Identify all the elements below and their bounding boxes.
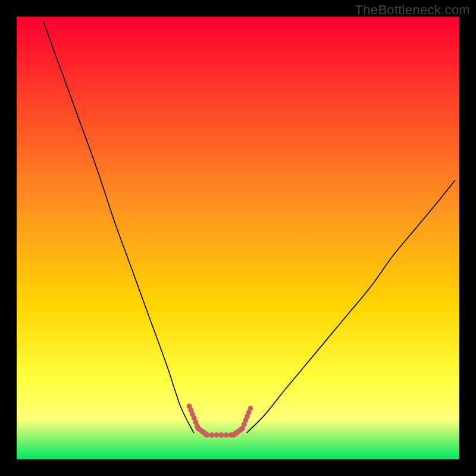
chart-frame: TheBottleneck.com	[0, 0, 476, 476]
svg-point-29	[248, 406, 253, 411]
svg-point-14	[214, 433, 219, 438]
svg-point-12	[204, 433, 209, 438]
watermark-text: TheBottleneck.com	[355, 2, 470, 18]
svg-point-15	[219, 433, 224, 438]
bottleneck-chart	[0, 0, 476, 476]
svg-point-13	[209, 433, 214, 438]
plot-background	[17, 17, 459, 459]
svg-point-16	[224, 433, 229, 438]
